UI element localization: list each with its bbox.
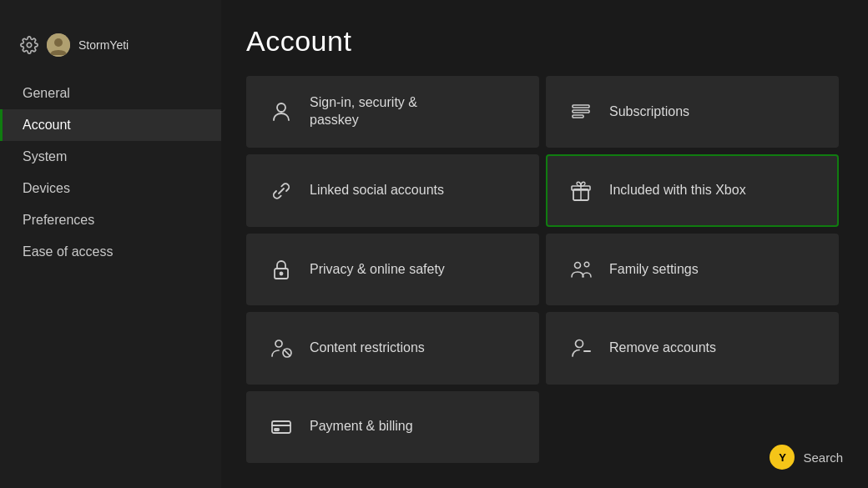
- card-family[interactable]: Family settings: [546, 234, 839, 305]
- card-content-restrictions[interactable]: Content restrictions: [246, 312, 539, 384]
- svg-point-13: [584, 262, 589, 267]
- person-block-icon: [268, 335, 295, 361]
- chain-links-icon: [268, 178, 295, 204]
- card-sign-in[interactable]: Sign-in, security &passkey: [246, 76, 539, 148]
- page-title: Account: [246, 25, 839, 58]
- user-profile: StormYeti: [0, 25, 221, 73]
- card-privacy-label: Privacy & online safety: [310, 261, 445, 279]
- sidebar-item-devices[interactable]: Devices: [0, 173, 221, 204]
- card-linked-social-label: Linked social accounts: [310, 182, 444, 199]
- card-payment-label: Payment & billing: [310, 418, 413, 435]
- svg-point-0: [27, 43, 32, 48]
- svg-point-2: [54, 38, 63, 47]
- svg-rect-4: [573, 105, 589, 108]
- sidebar-item-system[interactable]: System: [0, 141, 221, 173]
- search-btn-icon: Y: [770, 445, 795, 470]
- sidebar-item-account[interactable]: Account: [0, 109, 221, 141]
- gear-icon: [20, 36, 38, 54]
- card-linked-social[interactable]: Linked social accounts: [246, 154, 539, 226]
- card-sign-in-label: Sign-in, security &passkey: [310, 94, 417, 129]
- gift-bag-icon: [568, 178, 594, 204]
- svg-point-14: [275, 340, 282, 347]
- card-included-xbox-label: Included with this Xbox: [609, 182, 746, 199]
- sidebar-item-ease-of-access[interactable]: Ease of access: [0, 236, 221, 268]
- svg-line-16: [285, 350, 290, 356]
- list-lines-icon: [568, 98, 594, 125]
- card-remove-accounts-label: Remove accounts: [609, 340, 716, 357]
- lock-icon: [268, 256, 295, 283]
- person-shield-icon: [268, 98, 295, 125]
- card-included-xbox[interactable]: Included with this Xbox: [546, 154, 839, 226]
- username: StormYeti: [78, 38, 129, 52]
- svg-point-3: [277, 103, 285, 112]
- search-label: Search: [803, 450, 843, 465]
- card-payment[interactable]: Payment & billing: [246, 391, 539, 463]
- search-bar[interactable]: Y Search: [770, 445, 843, 470]
- card-subscriptions[interactable]: Subscriptions: [546, 76, 839, 148]
- avatar: [47, 33, 70, 57]
- card-content-restrictions-label: Content restrictions: [310, 340, 425, 357]
- svg-rect-6: [573, 115, 583, 118]
- card-remove-accounts[interactable]: Remove accounts: [546, 312, 839, 384]
- main-content: Account Sign-in, security &passkey Sub: [221, 0, 868, 488]
- svg-rect-5: [573, 110, 589, 113]
- svg-point-12: [575, 262, 581, 268]
- settings-grid: Sign-in, security &passkey Subscriptions: [246, 76, 839, 463]
- svg-rect-19: [272, 421, 290, 433]
- sidebar-item-general[interactable]: General: [0, 78, 221, 109]
- sidebar-item-preferences[interactable]: Preferences: [0, 204, 221, 236]
- family-icon: [568, 256, 594, 283]
- card-privacy[interactable]: Privacy & online safety: [246, 234, 539, 305]
- svg-point-11: [280, 272, 283, 274]
- card-subscriptions-label: Subscriptions: [609, 103, 689, 121]
- card-family-label: Family settings: [609, 261, 699, 279]
- person-remove-icon: [568, 335, 594, 361]
- svg-rect-21: [275, 429, 279, 430]
- credit-card-icon: [268, 414, 295, 440]
- sidebar-nav: General Account System Devices Preferenc…: [0, 78, 221, 268]
- sidebar: StormYeti General Account System Devices…: [0, 0, 221, 488]
- svg-point-17: [576, 340, 583, 348]
